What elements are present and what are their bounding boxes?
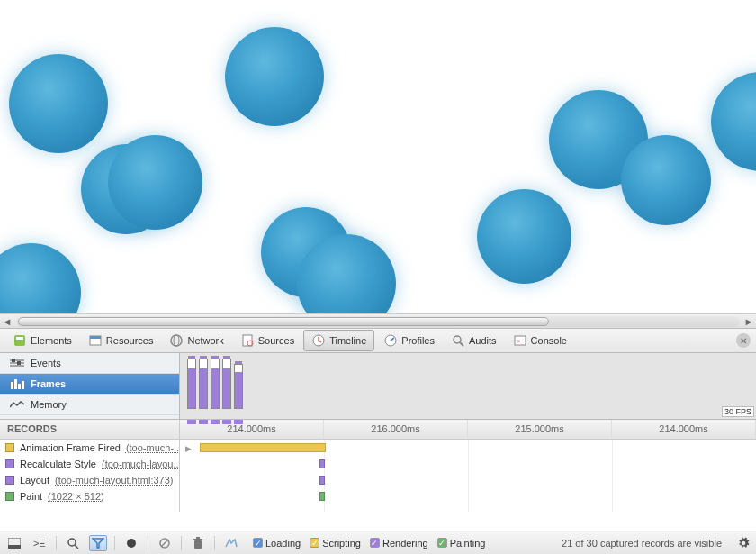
view-events[interactable]: Events — [0, 353, 179, 374]
frame-bar[interactable] — [199, 359, 208, 409]
legend-painting[interactable]: ✓Painting — [437, 538, 486, 549]
svg-point-10 — [454, 336, 461, 343]
record-bar-animation-frame[interactable] — [200, 443, 326, 452]
legend-scripting[interactable]: ✓Scripting — [310, 538, 361, 549]
records-timeline[interactable]: ▶ — [180, 440, 756, 512]
records-list: Animation Frame Fired (too-much-...Recal… — [0, 440, 180, 512]
timeline-icon — [311, 333, 326, 348]
console-icon: > — [513, 333, 527, 348]
record-row[interactable]: Paint (1022 × 512) — [0, 488, 179, 504]
tab-profiles[interactable]: Profiles — [376, 331, 442, 350]
ball — [711, 72, 756, 171]
elements-icon — [13, 333, 27, 348]
frame-bar[interactable] — [187, 359, 196, 409]
ball — [108, 135, 202, 230]
frame-bar[interactable] — [211, 359, 220, 409]
ball — [9, 54, 108, 153]
svg-rect-18 — [17, 361, 21, 365]
filter-button[interactable] — [89, 535, 107, 551]
ball — [225, 27, 324, 126]
frame-bar[interactable] — [222, 359, 231, 409]
svg-rect-33 — [196, 537, 200, 539]
svg-point-26 — [68, 539, 76, 546]
record-link[interactable]: (1022 × 512) — [48, 491, 104, 502]
tab-label: Timeline — [329, 335, 366, 346]
svg-line-11 — [460, 342, 464, 346]
tab-label: Profiles — [401, 335, 435, 346]
tab-label: Console — [531, 335, 567, 346]
record-link[interactable]: (too-much-layou... — [102, 459, 179, 469]
record-color-swatch — [5, 476, 14, 485]
record-label: Recalculate Style — [20, 459, 96, 469]
tab-console[interactable]: > Console — [506, 331, 574, 350]
network-icon — [169, 333, 184, 348]
record-row[interactable]: Layout (too-much-layout.html:373) — [0, 472, 179, 488]
status-text: 21 of 30 captured records are visible — [562, 538, 722, 549]
settings-gear-icon[interactable] — [736, 536, 751, 550]
search-button[interactable] — [64, 535, 82, 551]
tab-network[interactable]: Network — [162, 331, 230, 350]
timeline-overview-graph[interactable]: 30 FPS — [180, 353, 756, 419]
memory-icon — [9, 400, 25, 409]
frames-icon — [9, 378, 25, 389]
sources-icon — [240, 333, 255, 348]
svg-rect-20 — [14, 379, 17, 389]
page-viewport — [0, 0, 756, 313]
profiles-icon — [383, 333, 398, 348]
view-frames[interactable]: Frames — [0, 374, 179, 395]
record-link[interactable]: (too-much-layout.html:373) — [55, 475, 173, 486]
tab-sources[interactable]: Sources — [233, 331, 302, 350]
view-label: Events — [31, 358, 61, 368]
expand-icon[interactable]: ▶ — [185, 444, 192, 453]
time-column-header: 216.000ms — [324, 420, 468, 439]
fps-label: 30 FPS — [722, 406, 754, 417]
record-bar-layout[interactable] — [320, 476, 325, 485]
legend-loading[interactable]: ✓Loading — [253, 538, 301, 549]
svg-rect-19 — [11, 382, 14, 389]
svg-rect-32 — [194, 539, 202, 540]
filter-legend: ✓Loading ✓Scripting ✓Rendering ✓Painting — [253, 538, 485, 549]
timeline-overview: Events Frames Memory 30 FPS — [0, 353, 756, 420]
garbage-collect-button[interactable] — [189, 535, 207, 551]
tab-timeline[interactable]: Timeline — [303, 330, 374, 351]
clear-button[interactable] — [156, 535, 174, 551]
svg-rect-3 — [90, 336, 101, 339]
svg-rect-31 — [194, 540, 202, 549]
records-body: Animation Frame Fired (too-much-...Recal… — [0, 440, 756, 512]
svg-rect-0 — [14, 335, 25, 346]
record-link[interactable]: (too-much-... — [126, 442, 179, 453]
record-color-swatch — [5, 492, 14, 501]
record-label: Paint — [20, 491, 42, 502]
glue-button[interactable] — [222, 535, 240, 551]
record-button[interactable] — [122, 535, 140, 551]
tab-label: Elements — [31, 335, 72, 346]
record-bar-paint[interactable] — [320, 492, 325, 501]
svg-text:>Ξ: >Ξ — [33, 538, 46, 549]
svg-rect-21 — [18, 384, 21, 389]
legend-rendering[interactable]: ✓Rendering — [370, 538, 428, 549]
svg-text:>: > — [517, 337, 521, 345]
frame-bar[interactable] — [234, 364, 243, 409]
horizontal-scrollbar[interactable]: ◄ ► — [0, 313, 756, 328]
record-row[interactable]: Animation Frame Fired (too-much-... — [0, 440, 179, 456]
svg-rect-22 — [22, 381, 24, 389]
record-label: Animation Frame Fired — [20, 442, 121, 453]
record-row[interactable]: Recalculate Style (too-much-layou... — [0, 456, 179, 472]
console-toggle-button[interactable]: >Ξ — [31, 535, 49, 551]
scroll-left-arrow[interactable]: ◄ — [0, 315, 14, 328]
tab-audits[interactable]: Audits — [444, 331, 504, 350]
record-bar-recalc-style[interactable] — [320, 459, 325, 468]
tab-elements[interactable]: Elements — [5, 331, 79, 350]
scroll-right-arrow[interactable]: ► — [742, 315, 756, 328]
records-header: RECORDS 214.000ms216.000ms215.000ms214.0… — [0, 420, 756, 440]
scroll-thumb[interactable] — [18, 317, 549, 326]
svg-point-28 — [127, 539, 136, 548]
scroll-track[interactable] — [16, 316, 740, 327]
tab-resources[interactable]: Resources — [81, 331, 161, 350]
dock-button[interactable] — [5, 535, 23, 551]
ball — [621, 135, 711, 225]
records-header-label: RECORDS — [0, 420, 180, 439]
timeline-view-sidebar: Events Frames Memory — [0, 353, 180, 419]
close-devtools-button[interactable]: ✕ — [736, 333, 751, 348]
view-memory[interactable]: Memory — [0, 395, 179, 415]
